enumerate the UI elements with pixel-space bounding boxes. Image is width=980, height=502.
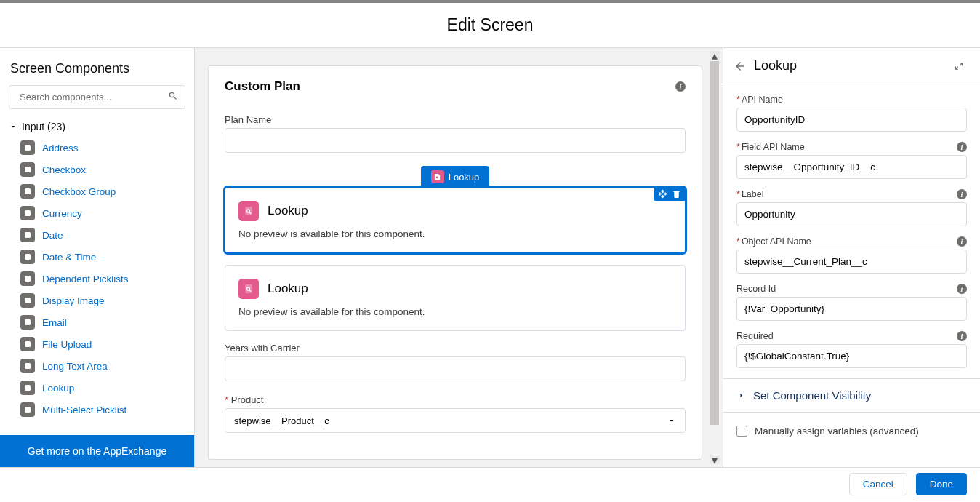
component-item[interactable]: Dependent Picklists: [9, 268, 190, 290]
appexchange-button[interactable]: Get more on the AppExchange: [0, 435, 194, 467]
property-input[interactable]: [736, 344, 967, 368]
svg-rect-10: [25, 363, 31, 369]
visibility-section[interactable]: Set Component Visibility: [723, 378, 980, 413]
left-header: Screen Components: [0, 48, 194, 85]
svg-rect-11: [25, 385, 31, 391]
card-info-icon[interactable]: i: [675, 81, 686, 92]
info-icon[interactable]: i: [957, 284, 967, 294]
component-item[interactable]: Multi-Select Picklist: [9, 399, 190, 421]
component-item[interactable]: File Upload: [9, 333, 190, 355]
component-item[interactable]: Date & Time: [9, 246, 190, 268]
component-item[interactable]: Address: [9, 137, 190, 159]
component-item[interactable]: Currency: [9, 202, 190, 224]
move-icon[interactable]: [658, 189, 667, 199]
field-product[interactable]: Product stepwise__Product__c: [225, 394, 686, 433]
component-type-icon: [20, 162, 35, 177]
component-item[interactable]: Display Image: [9, 290, 190, 311]
scroll-down-icon[interactable]: ▾: [710, 455, 720, 464]
properties-panel: Lookup API NameField API NameiLabeliObje…: [723, 48, 980, 467]
property-input[interactable]: [736, 297, 967, 321]
property-field: Field API Namei: [736, 142, 967, 179]
property-field: Record Idi: [736, 284, 967, 321]
component-type-icon: [20, 140, 35, 155]
component-type-icon: [20, 381, 35, 395]
component-type-icon: [20, 228, 35, 242]
cancel-button[interactable]: Cancel: [849, 473, 907, 495]
product-select[interactable]: stepwise__Product__c: [225, 408, 686, 433]
footer: Cancel Done: [0, 467, 980, 501]
manual-assign-checkbox[interactable]: Manually assign variables (advanced): [736, 423, 967, 439]
component-type-icon: [20, 315, 35, 330]
info-icon[interactable]: i: [957, 236, 967, 247]
done-button[interactable]: Done: [916, 473, 967, 495]
component-item[interactable]: Checkbox: [9, 159, 190, 180]
component-type-icon: [20, 206, 35, 220]
search-icon: [168, 91, 178, 104]
component-item[interactable]: Email: [9, 311, 190, 333]
delete-icon[interactable]: [672, 189, 681, 199]
component-type-icon: [20, 402, 35, 417]
component-item[interactable]: Lookup: [9, 377, 190, 399]
property-input[interactable]: [736, 250, 967, 274]
property-field: Object API Namei: [736, 236, 967, 274]
checkbox-icon[interactable]: [736, 426, 747, 437]
svg-rect-1: [25, 167, 31, 172]
component-search[interactable]: [9, 85, 185, 109]
search-input[interactable]: [9, 85, 185, 109]
field-years-carrier[interactable]: Years with Carrier: [225, 343, 686, 381]
component-type-icon: [20, 271, 35, 286]
left-panel: Screen Components Input (23) AddressChec…: [0, 48, 195, 467]
svg-rect-8: [25, 319, 31, 325]
component-type-icon: [20, 250, 35, 264]
category-input[interactable]: Input (23): [9, 116, 190, 137]
back-arrow-icon[interactable]: [734, 60, 747, 73]
chevron-down-icon: [9, 122, 17, 131]
lookup-icon: [238, 201, 259, 221]
lookup-component-selected[interactable]: Lookup No preview is available for this …: [225, 187, 686, 253]
component-type-icon: [20, 293, 35, 308]
selected-component-tab: Lookup: [225, 166, 686, 188]
svg-rect-4: [25, 232, 31, 238]
info-icon[interactable]: i: [957, 189, 967, 199]
svg-rect-2: [25, 188, 31, 194]
component-type-icon: [20, 337, 35, 351]
page-title: Edit Screen: [447, 15, 534, 35]
lookup-pill: Lookup: [421, 166, 490, 188]
titlebar: Edit Screen: [0, 3, 980, 48]
card-title: Custom Plan: [225, 79, 300, 94]
svg-rect-12: [25, 407, 31, 413]
property-field: Requiredi: [736, 331, 967, 368]
info-icon[interactable]: i: [957, 142, 967, 152]
svg-rect-6: [25, 276, 31, 282]
component-scroll[interactable]: Input (23) AddressCheckboxCheckbox Group…: [0, 116, 194, 435]
component-item[interactable]: Date: [9, 224, 190, 246]
lookup-component-2[interactable]: Lookup No preview is available for this …: [225, 265, 686, 331]
svg-rect-5: [25, 254, 31, 260]
chevron-right-icon: [736, 391, 746, 400]
svg-rect-7: [25, 298, 31, 303]
property-field: API Name: [736, 95, 967, 132]
screen-card: Custom Plan i Plan Name Lookup: [208, 65, 702, 460]
panel-title: Lookup: [754, 58, 797, 73]
lookup-icon: [238, 279, 259, 299]
component-handle[interactable]: [654, 187, 686, 201]
expand-icon[interactable]: [954, 61, 964, 71]
component-type-icon: [20, 184, 35, 199]
canvas: Custom Plan i Plan Name Lookup: [195, 48, 723, 467]
component-type-icon: [20, 359, 35, 373]
scroll-up-icon[interactable]: ▴: [710, 51, 720, 60]
info-icon[interactable]: i: [957, 331, 967, 341]
svg-rect-3: [25, 210, 31, 216]
canvas-scrollbar[interactable]: ▴ ▾: [710, 51, 720, 464]
component-item[interactable]: Checkbox Group: [9, 180, 190, 202]
field-plan-name[interactable]: Plan Name: [225, 114, 686, 153]
property-input[interactable]: [736, 108, 967, 132]
chevron-down-icon: [667, 416, 676, 425]
property-input[interactable]: [736, 155, 967, 179]
component-item[interactable]: Long Text Area: [9, 355, 190, 377]
lookup-icon: [431, 170, 444, 183]
svg-rect-0: [25, 145, 31, 151]
svg-rect-9: [25, 341, 31, 347]
property-field: Labeli: [736, 189, 967, 226]
property-input[interactable]: [736, 202, 967, 226]
